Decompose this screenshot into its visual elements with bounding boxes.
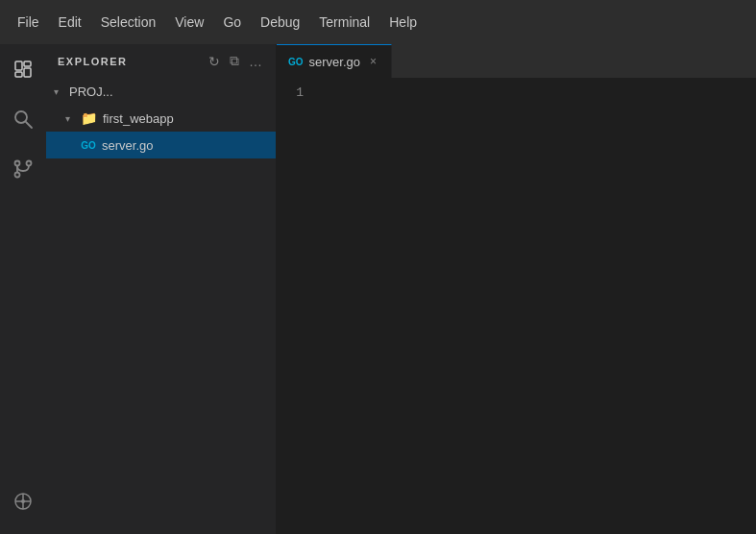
folder-label: first_webapp: [103, 111, 174, 126]
menu-debug[interactable]: Debug: [251, 11, 309, 34]
folder-icon: 📁: [81, 110, 97, 126]
svg-point-13: [21, 499, 25, 503]
menu-edit[interactable]: Edit: [49, 11, 91, 34]
sidebar: EXPLORER ↻ ⧉ … ▾ PROJ... ▾ 📁 first_webap…: [46, 44, 277, 534]
editor-tab-server-go[interactable]: GO server.go ×: [277, 44, 392, 78]
tab-bar: GO server.go ×: [277, 44, 756, 78]
copy-button[interactable]: ⧉: [228, 51, 241, 71]
project-chevron: ▾: [54, 86, 65, 97]
menu-selection[interactable]: Selection: [91, 11, 166, 34]
sidebar-actions: ↻ ⧉ …: [207, 51, 264, 71]
menu-terminal[interactable]: Terminal: [309, 11, 379, 34]
code-area[interactable]: [315, 85, 756, 526]
menu-bar: File Edit Selection View Go Debug Termin…: [0, 0, 756, 44]
tree-folder-row[interactable]: ▾ 📁 first_webapp: [46, 105, 276, 132]
tab-go-badge: GO: [288, 57, 304, 67]
svg-point-8: [15, 173, 20, 178]
svg-rect-0: [15, 61, 22, 70]
svg-rect-3: [24, 68, 31, 77]
menu-file[interactable]: File: [8, 11, 49, 34]
file-go-badge: GO: [81, 137, 96, 153]
sidebar-header: EXPLORER ↻ ⧉ …: [46, 44, 276, 78]
svg-rect-1: [24, 61, 31, 66]
menu-help[interactable]: Help: [379, 11, 427, 34]
line-numbers: 1: [277, 85, 315, 526]
file-tree: ▾ PROJ... ▾ 📁 first_webapp GO server.go: [46, 78, 276, 534]
tree-project-row[interactable]: ▾ PROJ...: [46, 78, 276, 105]
svg-rect-2: [15, 72, 22, 77]
svg-point-6: [15, 161, 20, 166]
explorer-activity-icon[interactable]: [6, 52, 40, 86]
menu-view[interactable]: View: [165, 11, 213, 34]
search-activity-icon[interactable]: [6, 102, 40, 136]
refresh-button[interactable]: ↻: [207, 51, 222, 71]
file-label: server.go: [102, 138, 153, 153]
editor-content: 1: [277, 78, 756, 534]
activity-bar: [0, 44, 46, 534]
folder-chevron: ▾: [65, 113, 77, 124]
svg-line-5: [26, 122, 32, 128]
svg-point-4: [15, 111, 27, 123]
line-number-1: 1: [277, 85, 304, 100]
editor-area: GO server.go × 1: [277, 44, 756, 534]
extensions-activity-icon[interactable]: [6, 484, 40, 519]
tree-file-row[interactable]: GO server.go: [46, 132, 276, 158]
tab-close-button[interactable]: ×: [367, 54, 379, 69]
menu-go[interactable]: Go: [213, 11, 251, 34]
main-layout: EXPLORER ↻ ⧉ … ▾ PROJ... ▾ 📁 first_webap…: [0, 44, 756, 534]
svg-point-7: [27, 161, 32, 166]
sidebar-title: EXPLORER: [58, 56, 128, 67]
project-label: PROJ...: [69, 85, 113, 99]
tab-filename: server.go: [309, 55, 360, 69]
more-button[interactable]: …: [247, 51, 264, 71]
source-control-activity-icon[interactable]: [6, 152, 40, 186]
